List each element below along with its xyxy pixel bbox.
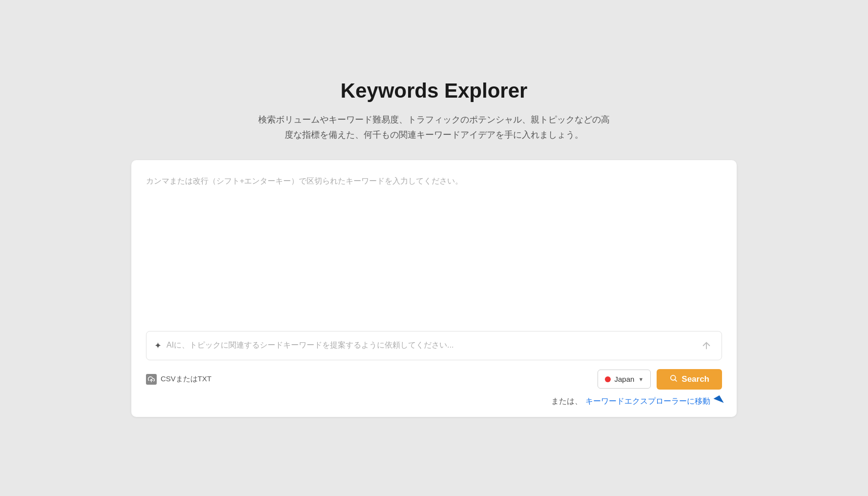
explorer-link[interactable]: キーワードエクスプローラーに移動 bbox=[585, 396, 710, 407]
explorer-link-prefix: または、 bbox=[551, 396, 582, 407]
page-title: Keywords Explorer bbox=[341, 79, 528, 103]
bottom-bar: CSVまたはTXT Japan ▼ Search bbox=[146, 369, 722, 390]
explorer-link-row: または、 キーワードエクスプローラーに移動 bbox=[146, 396, 722, 407]
search-button[interactable]: Search bbox=[657, 369, 722, 390]
country-flag bbox=[605, 376, 611, 382]
cursor-pointer-icon bbox=[715, 396, 722, 407]
upload-icon bbox=[146, 374, 157, 385]
country-name: Japan bbox=[615, 375, 635, 383]
right-controls: Japan ▼ Search bbox=[598, 369, 722, 390]
svg-line-3 bbox=[675, 379, 677, 381]
csv-upload-button[interactable]: CSVまたはTXT bbox=[146, 374, 211, 385]
chevron-down-icon: ▼ bbox=[638, 376, 643, 382]
country-selector-button[interactable]: Japan ▼ bbox=[598, 370, 651, 389]
search-icon bbox=[669, 374, 678, 385]
ai-sparkle-icon: ✦ bbox=[154, 340, 162, 351]
main-card: ✦ AIに、トピックに関連するシードキーワードを提案するように依頼してください.… bbox=[131, 160, 737, 417]
ai-bar-placeholder: AIに、トピックに関連するシードキーワードを提案するように依頼してください... bbox=[166, 340, 699, 351]
search-button-label: Search bbox=[682, 374, 709, 384]
csv-label: CSVまたはTXT bbox=[161, 374, 211, 384]
keyword-input[interactable] bbox=[146, 175, 722, 321]
ai-bar[interactable]: ✦ AIに、トピックに関連するシードキーワードを提案するように依頼してください.… bbox=[146, 331, 722, 360]
page-subtitle: 検索ボリュームやキーワード難易度、トラフィックのポテンシャル、親トピックなどの高… bbox=[258, 112, 610, 142]
page-container: Keywords Explorer 検索ボリュームやキーワード難易度、トラフィッ… bbox=[0, 79, 868, 416]
ai-send-button[interactable] bbox=[699, 338, 714, 353]
